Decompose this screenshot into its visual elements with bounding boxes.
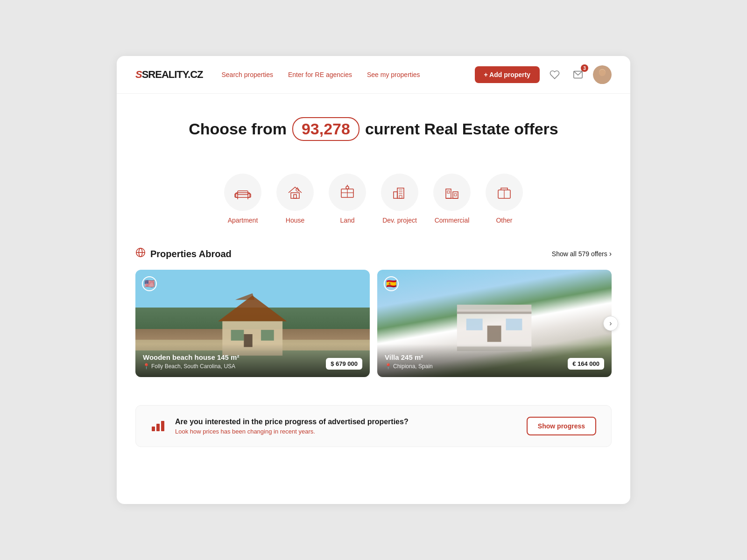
svg-marker-41: [235, 294, 254, 300]
card-price-2: € 164 000: [568, 358, 604, 370]
svg-rect-45: [466, 318, 483, 330]
globe-icon: [135, 247, 146, 260]
avatar[interactable]: [593, 65, 612, 84]
category-label-house: House: [286, 217, 304, 224]
hero-suffix: current Real Estate offers: [365, 120, 558, 138]
svg-rect-29: [454, 194, 457, 196]
svg-point-4: [599, 70, 606, 76]
house-icon: [286, 183, 304, 201]
devproject-icon: [391, 183, 409, 201]
pin-icon-1: 📍: [143, 363, 150, 370]
category-icon-other: [486, 174, 523, 211]
card-info-1: Wooden beach house 145 m² 📍 Folly Beach,…: [143, 353, 239, 370]
nav-search[interactable]: Search properties: [221, 71, 273, 78]
category-icon-apartment: [224, 174, 261, 211]
svg-rect-49: [152, 427, 155, 431]
chevron-right-icon: ›: [609, 250, 612, 258]
category-icon-land: [329, 174, 366, 211]
svg-rect-27: [453, 192, 458, 198]
nav-agencies[interactable]: Enter for RE agencies: [288, 71, 352, 78]
svg-rect-7: [248, 194, 251, 197]
mail-icon: [573, 70, 583, 80]
hero-section: Choose from 93,278 current Real Estate o…: [117, 94, 630, 160]
category-label-other: Other: [496, 217, 512, 224]
land-icon: [338, 183, 356, 201]
property-card-2[interactable]: 🇪🇸 Villa 245 m² 📍 Chipiona, Spain € 164 …: [377, 270, 612, 377]
section-header: Properties Abroad Show all 579 offers ›: [135, 247, 612, 260]
main-container: SSREALITY.CZ Search properties Enter for…: [117, 56, 630, 504]
svg-rect-11: [291, 193, 299, 198]
commercial-icon: [443, 183, 461, 201]
category-apartment[interactable]: Apartment: [224, 174, 261, 224]
hero-prefix: Choose from: [189, 120, 287, 138]
hero-title: Choose from 93,278 current Real Estate o…: [135, 117, 612, 141]
flag-2: 🇪🇸: [384, 276, 399, 291]
other-icon: [495, 183, 513, 201]
show-progress-button[interactable]: Show progress: [527, 417, 596, 435]
category-label-commercial: Commercial: [435, 217, 470, 224]
category-icon-commercial: [433, 174, 471, 211]
svg-rect-46: [506, 318, 522, 330]
pin-icon-2: 📍: [385, 363, 392, 370]
header-actions: + Add property 3: [475, 65, 612, 84]
sofa-icon: [234, 183, 252, 201]
card-location-1: 📍 Folly Beach, South Carolina, USA: [143, 363, 239, 370]
messages-button-wrap: 3: [570, 66, 586, 83]
properties-abroad-section: Properties Abroad Show all 579 offers ›: [117, 247, 630, 396]
svg-point-18: [346, 186, 349, 189]
category-other[interactable]: Other: [486, 174, 523, 224]
card-title-2: Villa 245 m²: [385, 353, 433, 361]
banner-subtitle: Look how prices has been changing in rec…: [175, 428, 517, 435]
categories-section: Apartment House: [117, 160, 630, 247]
hero-count: 93,278: [292, 117, 359, 141]
section-title-text: Properties Abroad: [150, 249, 232, 259]
show-all-link[interactable]: Show all 579 offers ›: [552, 250, 612, 258]
category-house[interactable]: House: [276, 174, 314, 224]
progress-banner: Are you interested in the price progress…: [135, 405, 612, 447]
svg-rect-20: [397, 188, 404, 198]
properties-grid: 🇺🇸 Wooden beach house 145 m² 📍 Folly Bea…: [135, 270, 612, 377]
avatar-image: [593, 65, 612, 84]
svg-rect-47: [487, 325, 501, 342]
logo[interactable]: SSREALITY.CZ: [135, 69, 203, 81]
category-label-apartment: Apartment: [228, 217, 258, 224]
card-overlay-2: Villa 245 m² 📍 Chipiona, Spain € 164 000: [377, 344, 612, 377]
svg-rect-51: [161, 421, 164, 431]
category-label-devproject: Dev. project: [382, 217, 417, 224]
svg-rect-21: [394, 192, 397, 198]
section-title: Properties Abroad: [135, 247, 232, 260]
banner-title: Are you interested in the price progress…: [175, 418, 517, 426]
category-icon-devproject: [381, 174, 418, 211]
card-price-1: $ 679 000: [326, 358, 362, 370]
category-icon-house: [276, 174, 314, 211]
svg-rect-25: [399, 196, 402, 198]
svg-rect-28: [447, 191, 450, 193]
next-arrow[interactable]: ›: [603, 316, 618, 331]
banner-text: Are you interested in the price progress…: [175, 418, 517, 435]
card-info-2: Villa 245 m² 📍 Chipiona, Spain: [385, 353, 433, 370]
category-commercial[interactable]: Commercial: [433, 174, 471, 224]
svg-rect-39: [261, 330, 274, 341]
property-card-1[interactable]: 🇺🇸 Wooden beach house 145 m² 📍 Folly Bea…: [135, 270, 370, 377]
favorites-button[interactable]: [546, 66, 563, 83]
svg-rect-48: [457, 311, 531, 314]
header: SSREALITY.CZ Search properties Enter for…: [117, 56, 630, 94]
nav-my-properties[interactable]: See my properties: [367, 71, 420, 78]
chart-icon: [151, 417, 166, 435]
card-overlay-1: Wooden beach house 145 m² 📍 Folly Beach,…: [135, 344, 370, 377]
category-label-land: Land: [340, 217, 354, 224]
heart-icon: [550, 70, 560, 80]
svg-rect-38: [231, 330, 244, 341]
flag-1: 🇺🇸: [142, 276, 157, 291]
svg-rect-12: [294, 195, 296, 198]
category-land[interactable]: Land: [329, 174, 366, 224]
category-dev-project[interactable]: Dev. project: [381, 174, 418, 224]
message-badge: 3: [581, 64, 588, 72]
add-property-button[interactable]: + Add property: [475, 66, 540, 83]
svg-rect-50: [156, 424, 160, 431]
main-nav: Search properties Enter for RE agencies …: [221, 71, 474, 78]
svg-rect-26: [446, 189, 451, 198]
card-title-1: Wooden beach house 145 m²: [143, 353, 239, 361]
card-location-2: 📍 Chipiona, Spain: [385, 363, 433, 370]
bar-chart-icon: [151, 417, 166, 432]
